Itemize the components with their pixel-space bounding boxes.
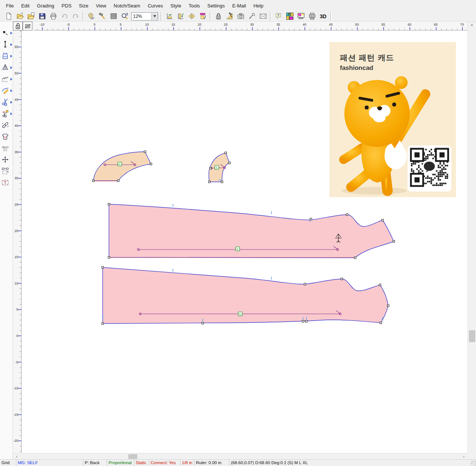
tool-draw-curve-tool[interactable] xyxy=(0,84,13,96)
toolbar-button-zoom-scale[interactable] xyxy=(119,12,130,21)
control-handle[interactable] xyxy=(341,278,342,280)
control-handle[interactable] xyxy=(144,151,146,152)
control-handle[interactable] xyxy=(302,320,304,322)
toolbar-button-grid-table[interactable] xyxy=(108,12,119,21)
tool-scissors-tool[interactable] xyxy=(0,96,13,107)
grain-length-label[interactable]: L xyxy=(215,165,219,170)
toolbar-button-help[interactable] xyxy=(273,12,284,21)
control-handle[interactable] xyxy=(393,240,395,242)
tool-move-tool[interactable] xyxy=(0,154,13,165)
tool-dart-tool[interactable] xyxy=(0,61,13,73)
horizontal-scroll-thumb[interactable] xyxy=(128,454,137,459)
pattern-piece-upper-band-right[interactable]: L xyxy=(208,152,230,183)
toolbar-button-pattern-colors[interactable] xyxy=(284,12,295,21)
menu-item-grading[interactable]: Grading xyxy=(33,2,58,10)
toolbar-button-move-y[interactable] xyxy=(175,12,186,21)
toolbar-button-move-x[interactable] xyxy=(164,12,175,21)
control-handle[interactable] xyxy=(228,162,230,164)
tool-garment-tool[interactable] xyxy=(0,131,13,142)
control-handle[interactable] xyxy=(209,167,211,169)
zoom-dropdown-button[interactable] xyxy=(151,13,158,20)
control-handle[interactable] xyxy=(108,256,110,258)
toolbar-button-redo[interactable] xyxy=(70,12,81,21)
menu-item-help[interactable]: Help xyxy=(250,2,267,10)
control-handle[interactable] xyxy=(117,180,119,181)
pattern-piece-upper-band-left[interactable]: L xyxy=(92,151,152,181)
control-handle[interactable] xyxy=(92,180,94,181)
control-handle[interactable] xyxy=(150,163,152,165)
tool-select-tool[interactable] xyxy=(0,27,13,38)
toolbar-button-camera[interactable] xyxy=(235,12,246,21)
pattern-piece-pant-piece-top[interactable]: L xyxy=(108,203,395,258)
toolbar-button-screen-preview[interactable] xyxy=(295,12,306,21)
ruler-lock-button[interactable] xyxy=(13,22,23,30)
scroll-right-icon[interactable]: › xyxy=(461,454,467,459)
toolbar-button-print[interactable] xyxy=(48,12,59,21)
control-handle[interactable] xyxy=(208,181,210,183)
toolbar-button-save[interactable] xyxy=(36,12,48,21)
menu-item-pds[interactable]: PDS xyxy=(58,2,75,10)
control-handle[interactable] xyxy=(221,181,223,183)
tool-point-tool[interactable] xyxy=(0,38,13,50)
menu-item-tools[interactable]: Tools xyxy=(185,2,203,10)
control-handle[interactable] xyxy=(305,320,307,322)
control-handle[interactable] xyxy=(310,218,312,220)
toolbar-button-lock[interactable] xyxy=(213,12,224,21)
scroll-left-icon[interactable]: ‹ xyxy=(14,454,20,459)
toolbar-button-new-document[interactable] xyxy=(3,12,14,21)
toolbar-button-view-3d[interactable]: 3D xyxy=(318,12,329,21)
select-tool-icon xyxy=(1,29,9,37)
toolbar-button-open-pattern[interactable] xyxy=(14,12,25,21)
control-handle[interactable] xyxy=(382,219,383,221)
tool-seam-corner-tool[interactable] xyxy=(0,73,13,84)
toolbar-button-hammer-tool[interactable] xyxy=(97,12,108,21)
scroll-up-icon[interactable]: ˄ xyxy=(469,22,475,28)
tool-text-tool[interactable] xyxy=(0,142,13,154)
grain-length-label[interactable]: L xyxy=(238,312,242,316)
horizontal-scrollbar[interactable]: ‹ › xyxy=(13,453,467,459)
toolbar-button-mirror-flip[interactable] xyxy=(186,12,197,21)
vertical-scroll-thumb[interactable] xyxy=(469,330,475,342)
zoom-level-combobox[interactable]: 12% xyxy=(131,12,158,20)
control-handle[interactable] xyxy=(102,266,103,268)
menu-item-size[interactable]: Size xyxy=(75,2,92,10)
toolbar-button-measure-probe[interactable] xyxy=(246,12,257,21)
menu-item-e-mail[interactable]: E-Mail xyxy=(229,2,250,10)
tool-pattern-piece-tool[interactable] xyxy=(0,50,13,61)
control-handle[interactable] xyxy=(354,257,356,258)
tool-cut-piece-tool[interactable] xyxy=(0,107,13,119)
menu-item-notch-seam[interactable]: Notch/Seam xyxy=(110,2,144,10)
toolbar-button-tape-measure[interactable] xyxy=(86,12,97,21)
toolbar-button-rotate-piece[interactable] xyxy=(197,12,208,21)
menu-item-style[interactable]: Style xyxy=(167,2,185,10)
tool-xy-dimension-tool[interactable] xyxy=(0,177,13,188)
control-handle[interactable] xyxy=(304,283,306,285)
toolbar-button-undo[interactable] xyxy=(59,12,70,21)
menu-item-edit[interactable]: Edit xyxy=(17,2,33,10)
vertical-scrollbar[interactable]: ˄ ˅ xyxy=(467,22,476,459)
control-handle[interactable] xyxy=(202,322,203,324)
control-handle[interactable] xyxy=(225,152,226,154)
grid-toggle-button[interactable] xyxy=(23,22,32,30)
menu-item-view[interactable]: View xyxy=(92,2,110,10)
control-handle[interactable] xyxy=(108,203,110,205)
menu-item-file[interactable]: File xyxy=(2,2,17,10)
grain-length-label[interactable]: L xyxy=(118,162,122,166)
pattern-piece-pant-piece-bottom[interactable]: L xyxy=(102,266,389,324)
toolbar-button-open-all[interactable] xyxy=(25,12,36,21)
menu-item-curves[interactable]: Curves xyxy=(144,2,167,10)
status-piece: P: Back xyxy=(83,460,107,466)
control-handle[interactable] xyxy=(102,322,103,324)
toolbar-button-plotter[interactable] xyxy=(306,12,318,21)
grain-length-label[interactable]: L xyxy=(236,247,240,251)
menu-item-settings[interactable]: Settings xyxy=(204,2,229,10)
control-handle[interactable] xyxy=(387,305,389,306)
resize-grip[interactable] xyxy=(470,460,476,466)
toolbar-button-email[interactable] xyxy=(257,12,268,21)
toolbar-button-set-square[interactable] xyxy=(224,12,235,21)
tool-link-tool[interactable] xyxy=(0,119,13,131)
control-handle[interactable] xyxy=(380,322,382,324)
control-handle[interactable] xyxy=(346,213,348,215)
control-handle[interactable] xyxy=(379,284,381,286)
tool-copy-measure-tool[interactable] xyxy=(0,165,13,177)
